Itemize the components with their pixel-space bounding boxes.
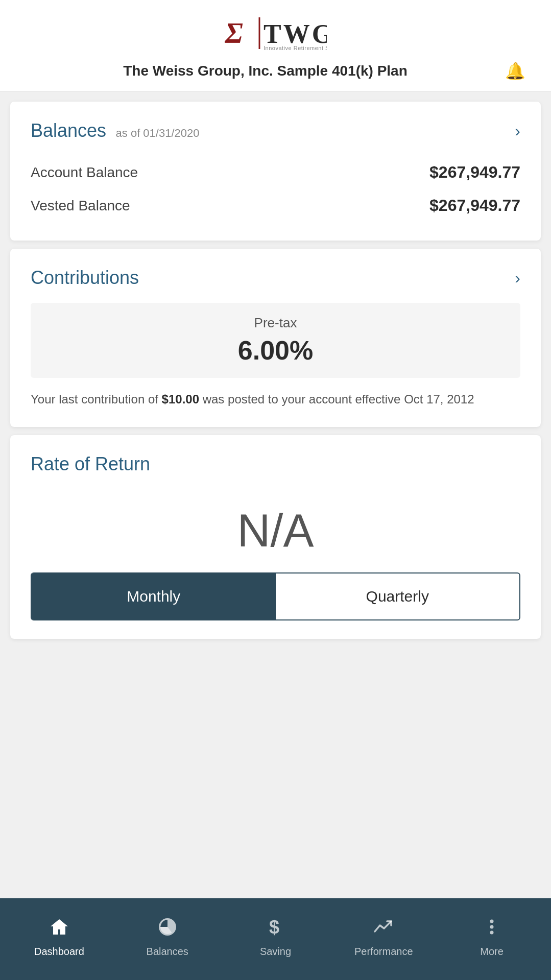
plan-name-row: The Weiss Group, Inc. Sample 401(k) Plan… xyxy=(20,61,531,81)
monthly-toggle-btn[interactable]: Monthly xyxy=(32,573,276,619)
main-content: Balances as of 01/31/2020 › Account Bala… xyxy=(0,91,551,649)
svg-text:Σ: Σ xyxy=(225,16,243,50)
rate-of-return-card: Rate of Return N/A Monthly Quarterly xyxy=(10,435,541,639)
vested-balance-label: Vested Balance xyxy=(31,198,130,214)
nav-item-dashboard[interactable]: Dashboard xyxy=(5,916,113,958)
svg-point-7 xyxy=(490,930,494,934)
svg-text:Innovative Retirement Solution: Innovative Retirement Solutions xyxy=(263,45,327,51)
ror-value: N/A xyxy=(31,489,520,567)
account-balance-label: Account Balance xyxy=(31,164,138,181)
nav-label-performance: Performance xyxy=(354,946,413,958)
home-icon xyxy=(49,916,70,943)
contributions-title: Contributions xyxy=(31,267,139,289)
nav-item-performance[interactable]: Performance xyxy=(329,916,438,958)
twg-logo: Σ TWG Innovative Retirement Solutions xyxy=(225,15,327,51)
balances-card: Balances as of 01/31/2020 › Account Bala… xyxy=(10,102,541,241)
bell-icon[interactable]: 🔔 xyxy=(505,61,525,81)
bottom-nav: Dashboard Balances $ Saving Performance xyxy=(0,898,551,980)
logo-container: Σ TWG Innovative Retirement Solutions xyxy=(225,15,327,51)
pretax-value: 6.00% xyxy=(43,335,508,366)
trending-icon xyxy=(373,916,394,943)
nav-label-dashboard: Dashboard xyxy=(34,946,84,958)
note-suffix: was posted to your account effective Oct… xyxy=(199,392,474,406)
toggle-arrow xyxy=(131,572,147,573)
account-balance-value: $267,949.77 xyxy=(429,163,520,182)
svg-point-5 xyxy=(490,919,494,923)
account-balance-row: Account Balance $267,949.77 xyxy=(31,156,520,189)
svg-text:$: $ xyxy=(269,917,279,938)
svg-text:TWG: TWG xyxy=(263,19,327,49)
nav-label-balances: Balances xyxy=(147,946,188,958)
pretax-box: Pre-tax 6.00% xyxy=(31,303,520,378)
note-amount: $10.00 xyxy=(162,392,199,406)
note-prefix: Your last contribution of xyxy=(31,392,162,406)
nav-item-balances[interactable]: Balances xyxy=(113,916,222,958)
contributions-chevron[interactable]: › xyxy=(515,269,520,288)
balances-chevron[interactable]: › xyxy=(515,122,520,140)
contributions-card: Contributions › Pre-tax 6.00% Your last … xyxy=(10,249,541,427)
contribution-note: Your last contribution of $10.00 was pos… xyxy=(31,390,520,409)
nav-label-more: More xyxy=(480,946,504,958)
nav-item-saving[interactable]: $ Saving xyxy=(222,916,330,958)
dollar-icon: $ xyxy=(265,916,286,943)
balances-title: Balances xyxy=(31,120,106,141)
balances-card-header: Balances as of 01/31/2020 › xyxy=(31,120,520,141)
balances-subtitle: as of 01/31/2020 xyxy=(116,127,200,139)
vested-balance-row: Vested Balance $267,949.77 xyxy=(31,189,520,222)
period-toggle: Monthly Quarterly xyxy=(31,572,520,620)
nav-label-saving: Saving xyxy=(260,946,291,958)
balances-title-group: Balances as of 01/31/2020 xyxy=(31,120,199,141)
header: Σ TWG Innovative Retirement Solutions Th… xyxy=(0,0,551,91)
svg-point-6 xyxy=(490,925,494,928)
nav-item-more[interactable]: More xyxy=(438,916,546,958)
contributions-card-header: Contributions › xyxy=(31,267,520,289)
plan-name: The Weiss Group, Inc. Sample 401(k) Plan xyxy=(26,63,505,79)
pie-icon xyxy=(157,916,178,943)
quarterly-toggle-btn[interactable]: Quarterly xyxy=(276,573,520,619)
ror-title: Rate of Return xyxy=(31,453,150,475)
pretax-label: Pre-tax xyxy=(43,315,508,331)
more-icon xyxy=(481,916,502,943)
vested-balance-value: $267,949.77 xyxy=(429,196,520,215)
ror-card-header: Rate of Return xyxy=(31,453,520,475)
bottom-spacer xyxy=(0,649,551,741)
